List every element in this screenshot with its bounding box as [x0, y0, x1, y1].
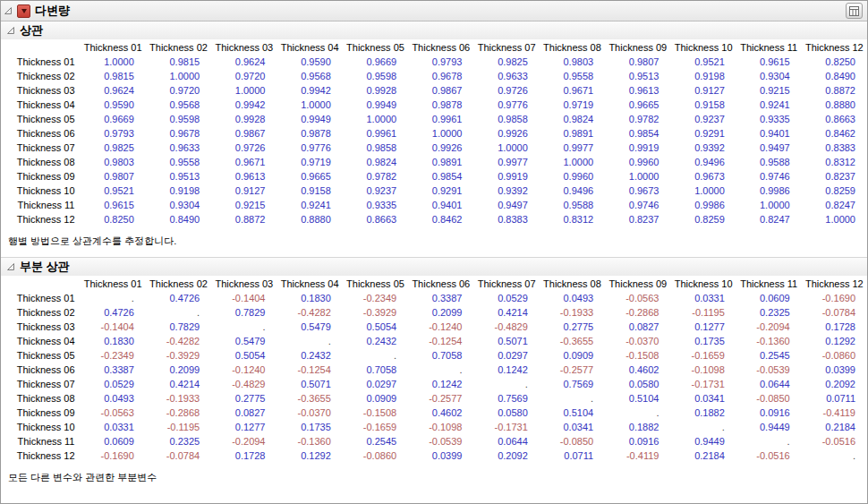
cell-value: .	[473, 377, 539, 391]
cell-value: 0.9858	[473, 112, 539, 126]
cell-value: -0.2868	[146, 406, 211, 420]
cell-value: 0.0529	[473, 291, 539, 305]
cell-value: 0.9521	[670, 55, 736, 69]
cell-value: 0.0580	[473, 406, 539, 420]
cell-value: 0.9665	[277, 169, 342, 184]
row-label: Thickness 11	[3, 198, 81, 212]
cell-value: 0.8312	[802, 155, 867, 169]
table-row: Thickness 05-0.2349-0.39290.50540.2432.0…	[3, 348, 867, 363]
cell-value: .	[802, 448, 867, 463]
cell-value: 0.0399	[802, 363, 867, 377]
cell-value: 0.9615	[81, 198, 146, 212]
column-header: Thickness 06	[408, 40, 473, 55]
cell-value: -0.1098	[670, 363, 736, 377]
report-title: 다변량	[35, 3, 70, 19]
cell-value: 0.9158	[277, 184, 342, 198]
cell-value: 0.5071	[473, 334, 539, 348]
cell-value: 0.9198	[670, 69, 736, 83]
cell-value: 0.9215	[736, 83, 802, 98]
cell-value: 0.1292	[802, 334, 867, 348]
cell-value: 0.9615	[736, 55, 802, 69]
cell-value: 0.9878	[277, 126, 342, 141]
cell-value: 0.9158	[670, 98, 736, 112]
cell-value: 0.8872	[211, 212, 277, 226]
cell-value: 0.0331	[81, 420, 146, 434]
cell-value: .	[343, 348, 408, 363]
table-row: Thickness 110.06090.2325-0.2094-0.13600.…	[3, 434, 867, 448]
cell-value: 0.9590	[277, 55, 342, 69]
cell-value: 0.0827	[211, 406, 277, 420]
cell-value: 0.8490	[802, 69, 867, 83]
cell-value: 0.9803	[540, 55, 605, 69]
partial-correlations-section-header: 부분 상관	[1, 257, 867, 276]
cell-value: -0.1508	[605, 348, 670, 363]
cell-value: -0.1360	[736, 334, 802, 348]
disclosure-triangle-icon[interactable]	[6, 26, 15, 35]
cell-value: 0.9497	[736, 141, 802, 155]
cell-value: -0.1690	[81, 448, 146, 463]
data-table-icon[interactable]	[846, 3, 863, 19]
row-label: Thickness 12	[3, 448, 81, 463]
cell-value: 0.1242	[408, 377, 473, 391]
cell-value: .	[81, 291, 146, 305]
column-header: Thickness 08	[540, 40, 605, 55]
cell-value: 0.9867	[408, 83, 473, 98]
cell-value: -0.0370	[605, 334, 670, 348]
cell-value: 0.1277	[670, 320, 736, 334]
cell-value: 0.8250	[802, 55, 867, 69]
cell-value: 1.0000	[81, 55, 146, 69]
row-label: Thickness 05	[3, 348, 81, 363]
cell-value: -0.0784	[146, 448, 211, 463]
cell-value: 0.9671	[211, 155, 277, 169]
cell-value: 0.9960	[605, 155, 670, 169]
cell-value: 0.2325	[146, 434, 211, 448]
table-row: Thickness 100.0331-0.11950.12770.1735-0.…	[3, 420, 867, 434]
row-label: Thickness 02	[3, 69, 81, 83]
cell-value: 0.9793	[81, 126, 146, 141]
cell-value: 0.0916	[605, 434, 670, 448]
partial-correlations-note: 모든 다른 변수와 관련한 부분변수	[1, 463, 867, 493]
cell-value: 0.7829	[146, 320, 211, 334]
cell-value: 0.8237	[605, 212, 670, 226]
cell-value: 0.0297	[343, 377, 408, 391]
cell-value: 0.7058	[343, 363, 408, 377]
table-row: Thickness 100.95210.91980.91270.91580.92…	[3, 184, 867, 198]
cell-value: 0.2092	[473, 448, 539, 463]
row-label: Thickness 02	[3, 305, 81, 320]
row-label: Thickness 04	[3, 98, 81, 112]
cell-value: 0.9304	[736, 69, 802, 83]
table-row: Thickness 040.1830-0.42820.5479.0.2432-0…	[3, 334, 867, 348]
cell-value: 0.0493	[540, 291, 605, 305]
cell-value: 1.0000	[473, 141, 539, 155]
cell-value: .	[146, 305, 211, 320]
cell-value: -0.0516	[736, 448, 802, 463]
cell-value: 0.8462	[802, 126, 867, 141]
cell-value: -0.2094	[211, 434, 277, 448]
cell-value: 0.9746	[605, 198, 670, 212]
red-triangle-glyph	[21, 9, 27, 13]
cell-value: -0.1240	[211, 363, 277, 377]
cell-value: 0.9304	[146, 198, 211, 212]
column-header: Thickness 12	[802, 40, 867, 55]
cell-value: 0.9854	[408, 169, 473, 184]
row-label: Thickness 08	[3, 155, 81, 169]
cell-value: -0.2577	[408, 391, 473, 406]
row-label: Thickness 06	[3, 126, 81, 141]
row-label: Thickness 11	[3, 434, 81, 448]
cell-value: 0.9824	[343, 155, 408, 169]
cell-value: 0.8383	[802, 141, 867, 155]
row-label: Thickness 09	[3, 169, 81, 184]
column-header: Thickness 08	[540, 277, 605, 291]
cell-value: -0.1195	[146, 420, 211, 434]
correlations-grid: Thickness 01Thickness 02Thickness 03Thic…	[3, 40, 867, 226]
row-label: Thickness 08	[3, 391, 81, 406]
cell-value: -0.1404	[211, 291, 277, 305]
cell-value: 0.9919	[473, 169, 539, 184]
cell-value: 0.8259	[802, 184, 867, 198]
disclosure-triangle-icon[interactable]	[4, 6, 13, 15]
disclosure-triangle-icon[interactable]	[6, 262, 15, 271]
column-header: Thickness 01	[81, 40, 146, 55]
red-triangle-menu-icon[interactable]	[17, 4, 30, 18]
column-header: Thickness 09	[605, 40, 670, 55]
cell-value: 0.9949	[277, 112, 342, 126]
